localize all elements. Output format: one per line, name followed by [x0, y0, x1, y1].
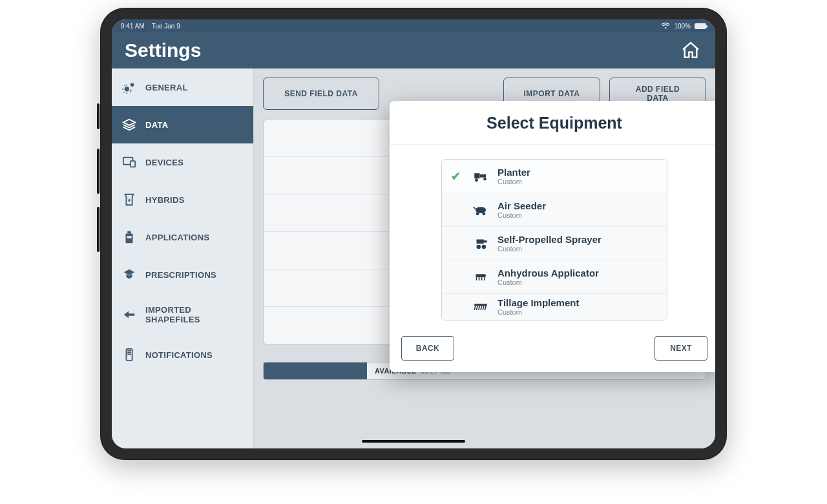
svg-point-1 [131, 83, 134, 87]
svg-rect-5 [127, 231, 131, 234]
sidebar-item-label: DATA [145, 120, 168, 130]
tablet-frame: 9:41 AM Tue Jan 9 100% Settings GENERAL [100, 8, 727, 460]
equipment-title: Self-Propelled Sprayer [497, 234, 602, 245]
back-button[interactable]: BACK [401, 336, 454, 361]
svg-rect-23 [474, 304, 487, 306]
battery-icon [695, 23, 706, 29]
svg-point-0 [125, 87, 129, 91]
svg-point-17 [482, 212, 485, 215]
equipment-title: Tillage Implement [497, 297, 579, 308]
sidebar-item-general[interactable]: GENERAL [112, 68, 253, 106]
prescriptions-icon [122, 268, 136, 282]
equipment-item-planter[interactable]: ✔ Planter Custom [442, 160, 667, 193]
sidebar-item-label: PRESCRIPTIONS [145, 270, 216, 280]
import-icon [122, 308, 136, 322]
main-panel: SEND FIELD DATA IMPORT DATA ADD FIELD DA… [254, 68, 715, 448]
svg-rect-3 [131, 161, 135, 167]
air-seeder-icon [472, 204, 490, 216]
anhydrous-icon [472, 271, 490, 284]
sidebar-item-devices[interactable]: DEVICES [112, 143, 253, 181]
equipment-subtitle: Custom [497, 308, 579, 317]
next-button[interactable]: NEXT [654, 336, 707, 361]
status-date: Tue Jan 9 [152, 23, 180, 30]
equipment-subtitle: Custom [497, 178, 530, 186]
sprayer-icon [472, 237, 490, 250]
sidebar-item-shapefiles[interactable]: IMPORTED SHAPEFILES [112, 293, 253, 336]
svg-point-21 [482, 244, 487, 249]
sidebar-item-label: APPLICATIONS [145, 233, 209, 242]
svg-point-12 [475, 178, 478, 182]
planter-icon [472, 170, 490, 183]
phone-icon [122, 348, 136, 362]
svg-point-20 [477, 244, 481, 249]
sidebar-item-prescriptions[interactable]: PRESCRIPTIONS [112, 256, 253, 293]
jug-icon [122, 230, 136, 244]
equipment-item-tillage[interactable]: Tillage Implement Custom [442, 294, 667, 320]
sidebar-item-notifications[interactable]: NOTIFICATIONS [112, 336, 253, 373]
equipment-list: ✔ Planter Custom [441, 159, 667, 320]
battery-percent: 100% [674, 23, 691, 30]
sidebar-item-label: IMPORTED SHAPEFILES [145, 305, 243, 324]
svg-rect-22 [476, 274, 486, 277]
equipment-subtitle: Custom [497, 278, 599, 287]
screen: 9:41 AM Tue Jan 9 100% Settings GENERAL [112, 19, 715, 448]
equipment-subtitle: Custom [497, 245, 602, 253]
home-indicator[interactable] [362, 440, 465, 443]
svg-rect-11 [474, 173, 479, 178]
equipment-title: Air Seeder [497, 200, 546, 211]
equipment-item-sprayer[interactable]: Self-Propelled Sprayer Custom [442, 227, 667, 260]
svg-rect-13 [479, 174, 486, 177]
equipment-item-air-seeder[interactable]: Air Seeder Custom [442, 193, 667, 227]
app-header: Settings [112, 32, 715, 68]
modal-title: Select Equipment [390, 101, 715, 145]
seed-bag-icon [122, 193, 136, 207]
sidebar-item-applications[interactable]: APPLICATIONS [112, 218, 253, 256]
svg-rect-6 [127, 236, 131, 238]
sidebar-item-data[interactable]: DATA [112, 106, 253, 143]
home-icon[interactable] [679, 39, 702, 62]
sidebar-item-label: GENERAL [145, 83, 188, 92]
sidebar: GENERAL DATA DEVICES HYBRIDS [112, 68, 254, 448]
page-title: Settings [125, 39, 201, 61]
sidebar-item-label: DEVICES [145, 158, 183, 167]
select-equipment-modal: Select Equipment ✔ Planter Custom [390, 101, 715, 372]
status-bar: 9:41 AM Tue Jan 9 100% [112, 19, 715, 32]
tillage-icon [472, 300, 490, 313]
storage-used [264, 362, 367, 379]
send-field-data-button[interactable]: SEND FIELD DATA [263, 78, 379, 110]
equipment-subtitle: Custom [497, 211, 546, 220]
sidebar-item-hybrids[interactable]: HYBRIDS [112, 181, 253, 218]
equipment-title: Planter [497, 167, 530, 178]
svg-rect-19 [484, 240, 487, 242]
devices-icon [122, 155, 136, 169]
svg-rect-18 [477, 239, 484, 244]
svg-point-14 [483, 177, 487, 180]
equipment-item-anhydrous[interactable]: Anhydrous Applicator Custom [442, 260, 667, 294]
sidebar-item-label: HYBRIDS [145, 195, 185, 205]
sidebar-item-label: NOTIFICATIONS [145, 350, 213, 360]
equipment-title: Anhydrous Applicator [497, 268, 599, 278]
svg-point-16 [476, 212, 479, 215]
status-time: 9:41 AM [121, 23, 145, 30]
check-icon: ✔ [451, 169, 464, 184]
gears-icon [122, 80, 136, 94]
layers-icon [122, 118, 136, 132]
wifi-icon [661, 23, 670, 29]
